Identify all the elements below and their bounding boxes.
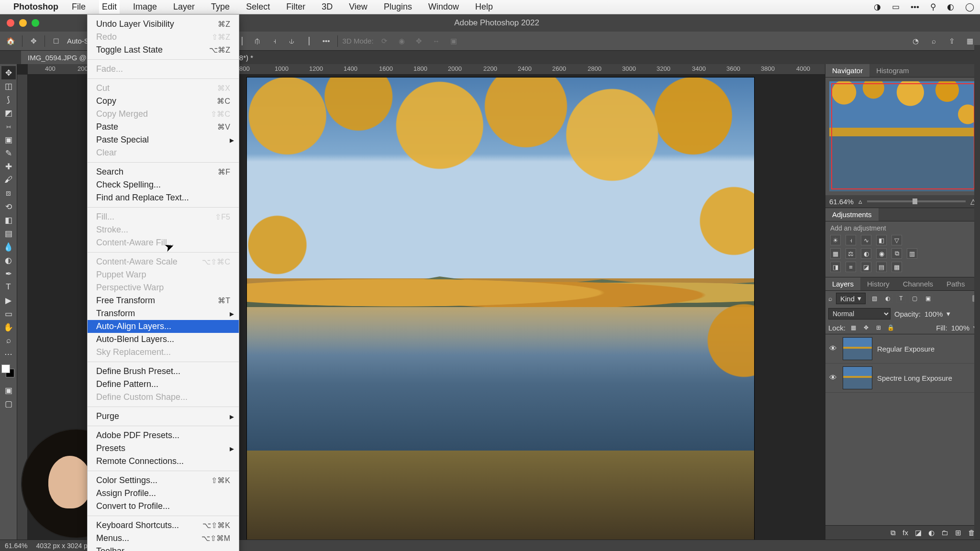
tab-history[interactable]: History: [860, 277, 896, 290]
object-select-tool[interactable]: ◩: [1, 106, 16, 120]
search-icon[interactable]: ⌕: [927, 35, 940, 47]
edit-menu-item[interactable]: Paste⌘V: [88, 121, 239, 133]
home-button[interactable]: 🏠: [4, 34, 17, 48]
layer-name[interactable]: Spectre Long Exposure: [877, 374, 952, 382]
edit-menu-item[interactable]: Purge: [88, 410, 239, 423]
navigator-preview[interactable]: [825, 77, 980, 195]
pen-tool[interactable]: ✒: [1, 267, 16, 280]
new-adjustment-icon[interactable]: ◐: [928, 529, 935, 537]
app-name[interactable]: Photoshop: [13, 2, 58, 12]
edit-menu-item[interactable]: Define Brush Preset...: [88, 365, 239, 378]
tab-paths[interactable]: Paths: [940, 277, 971, 290]
edit-menu-item[interactable]: Transform: [88, 307, 239, 320]
screen-mode-icon[interactable]: ▢: [1, 397, 16, 410]
edit-menu-item[interactable]: Toggle Last State⌥⌘Z: [88, 44, 239, 56]
window-maximize-button[interactable]: [32, 19, 39, 27]
filter-shape-icon[interactable]: ▢: [910, 294, 919, 303]
new-group-icon[interactable]: 🗀: [941, 529, 948, 537]
filter-smart-icon[interactable]: ▣: [923, 294, 933, 303]
path-select-tool[interactable]: ▶: [1, 294, 16, 307]
foreground-color[interactable]: [1, 364, 10, 373]
status-zoom[interactable]: 61.64%: [5, 542, 27, 550]
threshold-icon[interactable]: ◪: [861, 262, 871, 272]
edit-menu-item[interactable]: Assign Profile...: [88, 487, 239, 500]
healing-tool[interactable]: ✚: [1, 160, 16, 173]
eyedropper-tool[interactable]: ✎: [1, 146, 16, 160]
selective-color-icon[interactable]: ▩: [891, 262, 902, 272]
opacity-value[interactable]: 100%: [924, 310, 943, 318]
edit-menu-item[interactable]: Auto-Blend Layers...: [88, 333, 239, 346]
edit-menu-item[interactable]: Paste Special: [88, 133, 239, 146]
edit-menu-item[interactable]: Find and Replace Text...: [88, 191, 239, 204]
tray-control-center-icon[interactable]: ◐: [947, 2, 954, 11]
crop-tool[interactable]: ⟗: [1, 120, 16, 133]
align-bottom-icon[interactable]: ⫝: [286, 35, 298, 47]
3d-orbit-icon[interactable]: ⟳: [379, 35, 391, 47]
edit-menu-item[interactable]: Undo Layer Visibility⌘Z: [88, 18, 239, 31]
auto-select-checkbox[interactable]: ☐: [50, 35, 62, 47]
more-options-icon[interactable]: •••: [320, 35, 333, 47]
edit-menu-item[interactable]: Menus...⌥⇧⌘M: [88, 532, 239, 545]
cloud-docs-icon[interactable]: ◔: [909, 35, 922, 47]
curves-icon[interactable]: ∿: [861, 235, 871, 245]
3d-pan-icon[interactable]: ✥: [413, 35, 425, 47]
3d-roll-icon[interactable]: ◉: [396, 35, 408, 47]
type-tool[interactable]: T: [1, 280, 16, 294]
gradient-tool[interactable]: ▤: [1, 227, 16, 240]
color-lookup-icon[interactable]: ▥: [907, 248, 917, 259]
edit-menu-item[interactable]: Search⌘F: [88, 165, 239, 178]
hand-tool[interactable]: ✋: [1, 320, 16, 334]
distribute-icon[interactable]: ⎮: [303, 35, 315, 47]
move-tool[interactable]: ✥: [1, 66, 16, 79]
share-icon[interactable]: ⇪: [946, 35, 958, 47]
tab-navigator[interactable]: Navigator: [825, 64, 869, 77]
exposure-icon[interactable]: ◧: [876, 235, 887, 245]
edit-menu-item[interactable]: Remote Connections...: [88, 455, 239, 468]
tray-wifi-icon[interactable]: ⚲: [930, 2, 936, 11]
bw-icon[interactable]: ◐: [861, 248, 871, 259]
stamp-tool[interactable]: ⧇: [1, 187, 16, 200]
channel-mixer-icon[interactable]: ⧉: [891, 248, 902, 259]
menu-layer[interactable]: Layer: [170, 0, 198, 14]
menu-type[interactable]: Type: [208, 0, 233, 14]
window-close-button[interactable]: [7, 19, 14, 27]
edit-menu-item[interactable]: Keyboard Shortcuts...⌥⇧⌘K: [88, 519, 239, 532]
tray-more-icon[interactable]: •••: [911, 2, 919, 11]
lock-all-icon[interactable]: 🔒: [887, 324, 895, 331]
gradient-map-icon[interactable]: ▤: [876, 262, 887, 272]
window-minimize-button[interactable]: [19, 19, 27, 27]
opacity-dropdown-icon[interactable]: ▾: [947, 309, 950, 318]
frame-tool[interactable]: ▣: [1, 133, 16, 146]
layer-filter-kind[interactable]: Kind▾: [836, 293, 866, 304]
lock-position-icon[interactable]: ✥: [862, 324, 870, 331]
lasso-tool[interactable]: ⟆: [1, 93, 16, 106]
tray-cc-icon[interactable]: ◑: [874, 2, 881, 11]
hue-icon[interactable]: ▦: [830, 248, 841, 259]
quick-mask-icon[interactable]: ▣: [1, 384, 16, 397]
navigator-thumbnail[interactable]: [829, 81, 977, 191]
menu-select[interactable]: Select: [243, 0, 273, 14]
eraser-tool[interactable]: ◧: [1, 213, 16, 227]
menu-view[interactable]: View: [346, 0, 370, 14]
layer-name[interactable]: Regular Exposure: [877, 345, 935, 353]
align-top-icon[interactable]: ⫛: [251, 35, 264, 47]
color-balance-icon[interactable]: ⚖: [846, 248, 856, 259]
brush-tool[interactable]: 🖌: [1, 173, 16, 187]
blur-tool[interactable]: 💧: [1, 240, 16, 253]
edit-menu-item[interactable]: Free Transform⌘T: [88, 294, 239, 307]
layer-thumbnail[interactable]: [843, 337, 872, 360]
edit-menu-item[interactable]: Color Settings...⇧⌘K: [88, 474, 239, 487]
marquee-tool[interactable]: ◫: [1, 79, 16, 93]
edit-menu-item[interactable]: Toolbar...: [88, 545, 239, 551]
navigator-zoom-value[interactable]: 61.64%: [829, 198, 854, 206]
menu-window[interactable]: Window: [425, 0, 462, 14]
layer-style-icon[interactable]: fx: [902, 529, 908, 537]
document-canvas[interactable]: [247, 77, 754, 540]
levels-icon[interactable]: ⫞: [846, 235, 856, 245]
navigator-zoom-slider[interactable]: [867, 200, 966, 202]
filter-adjust-icon[interactable]: ◐: [883, 294, 892, 303]
filter-search-icon[interactable]: ⌕: [828, 295, 832, 302]
edit-menu-item[interactable]: Auto-Align Layers...: [88, 320, 239, 333]
invert-icon[interactable]: ◨: [830, 262, 841, 272]
zoom-tool[interactable]: ⌕: [1, 334, 16, 347]
